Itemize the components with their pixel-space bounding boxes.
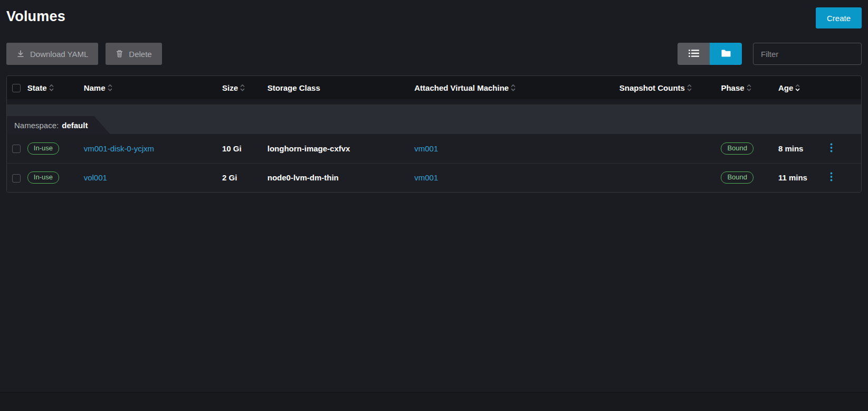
volume-name-link[interactable]: vol001 xyxy=(84,173,107,182)
column-header-storage-class: Storage Class xyxy=(268,76,414,99)
sort-icon-active xyxy=(795,83,800,92)
view-controls xyxy=(678,43,862,65)
row-actions-button[interactable] xyxy=(827,170,836,185)
group-by-namespace-button[interactable] xyxy=(710,43,742,65)
sort-icon xyxy=(49,83,54,92)
table-header: State Name Size Storage Class Attached V… xyxy=(7,76,861,99)
sort-icon xyxy=(747,83,751,92)
select-all-cell xyxy=(7,76,27,99)
column-label: Attached Virtual Machine xyxy=(414,83,509,92)
namespace-group-band: Namespace: default xyxy=(7,104,861,134)
kebab-icon xyxy=(830,146,833,154)
column-header-size[interactable]: Size xyxy=(222,76,268,99)
age-value: 11 mins xyxy=(778,173,807,182)
column-header-state[interactable]: State xyxy=(27,76,84,99)
sort-icon xyxy=(240,83,245,92)
column-label: Snapshot Counts xyxy=(619,83,685,92)
kebab-icon xyxy=(830,175,833,183)
state-badge: In-use xyxy=(27,171,59,184)
page-header: Volumes Create xyxy=(6,7,862,28)
namespace-label: Namespace: xyxy=(14,121,59,130)
size-value: 10 Gi xyxy=(222,144,242,153)
row-checkbox[interactable] xyxy=(12,145,21,153)
age-value: 8 mins xyxy=(778,144,804,153)
volumes-table: State Name Size Storage Class Attached V… xyxy=(6,75,862,193)
column-label: State xyxy=(27,83,47,92)
column-header-name[interactable]: Name xyxy=(84,76,222,99)
volume-name-link[interactable]: vm001-disk-0-ycjxm xyxy=(84,144,154,153)
list-icon xyxy=(688,49,700,60)
table-row: In-use vm001-disk-0-ycjxm 10 Gi longhorn… xyxy=(7,134,861,163)
download-yaml-label: Download YAML xyxy=(30,50,88,59)
folder-icon xyxy=(721,49,731,59)
bulk-actions: Download YAML Delete xyxy=(6,43,162,65)
trash-icon xyxy=(116,50,123,58)
state-badge: In-use xyxy=(27,142,59,155)
attached-vm-link[interactable]: vm001 xyxy=(414,144,438,153)
column-header-actions xyxy=(827,76,861,99)
phase-badge: Bound xyxy=(721,171,753,184)
delete-button[interactable]: Delete xyxy=(106,43,161,65)
sort-icon xyxy=(511,83,516,92)
storage-class-value: node0-lvm-dm-thin xyxy=(268,173,339,182)
filter-input[interactable] xyxy=(753,43,862,65)
list-view-button[interactable] xyxy=(678,43,710,65)
column-header-age[interactable]: Age xyxy=(778,76,827,99)
table-row: In-use vol001 2 Gi node0-lvm-dm-thin vm0… xyxy=(7,163,861,192)
create-button[interactable]: Create xyxy=(816,7,862,28)
column-label: Storage Class xyxy=(268,83,320,92)
delete-label: Delete xyxy=(129,50,151,59)
namespace-group-tab: Namespace: default xyxy=(7,116,110,134)
namespace-value: default xyxy=(62,121,88,130)
column-label: Phase xyxy=(721,83,744,92)
namespace-group-row: Namespace: default xyxy=(7,99,861,134)
column-label: Age xyxy=(778,83,793,92)
column-header-snapshot-counts[interactable]: Snapshot Counts xyxy=(619,76,721,99)
view-mode-toggle xyxy=(678,43,742,65)
size-value: 2 Gi xyxy=(222,173,237,182)
footer-strip xyxy=(0,392,868,411)
volumes-page: Volumes Create Download YAML Delete xyxy=(0,0,868,193)
column-header-phase[interactable]: Phase xyxy=(721,76,778,99)
sort-icon xyxy=(108,83,112,92)
row-actions-button[interactable] xyxy=(827,141,836,156)
column-label: Size xyxy=(222,83,238,92)
sort-icon xyxy=(687,83,692,92)
column-label: Name xyxy=(84,83,106,92)
download-yaml-button[interactable]: Download YAML xyxy=(6,43,98,65)
actions-toolbar: Download YAML Delete xyxy=(6,43,862,65)
phase-badge: Bound xyxy=(721,142,753,155)
attached-vm-link[interactable]: vm001 xyxy=(414,173,438,182)
select-all-checkbox[interactable] xyxy=(12,84,21,92)
storage-class-value: longhorn-image-cxfvx xyxy=(268,144,350,153)
column-header-attached-vm[interactable]: Attached Virtual Machine xyxy=(414,76,619,99)
download-icon xyxy=(16,50,25,58)
row-checkbox[interactable] xyxy=(12,174,21,183)
page-title: Volumes xyxy=(6,8,65,25)
